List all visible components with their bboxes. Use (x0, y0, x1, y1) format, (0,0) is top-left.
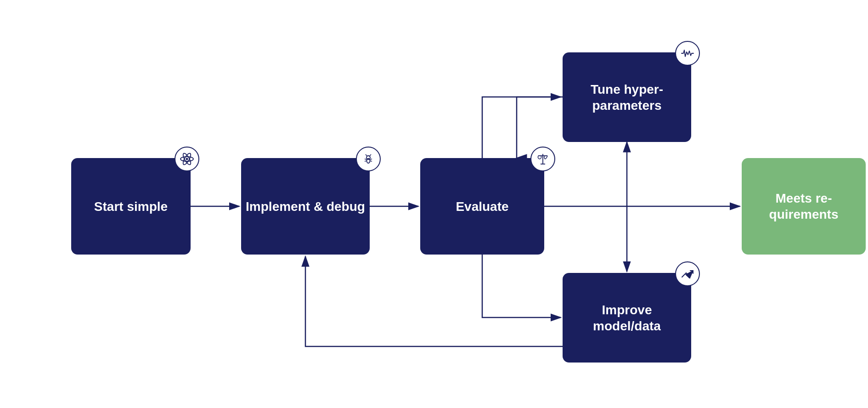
arrow-evaluate-to-improve (482, 255, 561, 317)
start-simple-label: Start simple (94, 198, 168, 215)
svg-line-12 (365, 159, 367, 159)
evaluate-box: Evaluate (420, 158, 544, 255)
tune-hyperparams-label: Tune hyper-parameters (591, 81, 663, 113)
improve-model-label: Improvemodel/data (593, 302, 661, 334)
evaluate-label: Evaluate (456, 198, 508, 215)
svg-line-14 (370, 159, 372, 159)
start-simple-box: Start simple (71, 158, 191, 255)
waveform-icon (675, 41, 700, 66)
implement-debug-box: Implement & debug (241, 158, 370, 255)
improve-model-box: Improvemodel/data (563, 273, 691, 363)
implement-debug-label: Implement & debug (246, 198, 365, 215)
trending-up-icon (675, 261, 700, 286)
diagram-container: Start simple Implement & debug (44, 25, 824, 383)
arrow-improve-to-implement (305, 256, 563, 346)
svg-line-10 (366, 154, 367, 156)
svg-line-11 (370, 154, 371, 156)
svg-point-7 (186, 158, 188, 160)
svg-line-13 (365, 161, 367, 161)
meets-requirements-label: Meets re- quirements (742, 190, 866, 222)
svg-line-15 (370, 161, 372, 161)
bug-icon (356, 147, 381, 171)
meets-requirements-box: Meets re- quirements (742, 158, 866, 255)
scales-icon (530, 147, 555, 171)
tune-hyperparams-box: Tune hyper-parameters (563, 52, 691, 142)
atom-icon (175, 147, 199, 171)
